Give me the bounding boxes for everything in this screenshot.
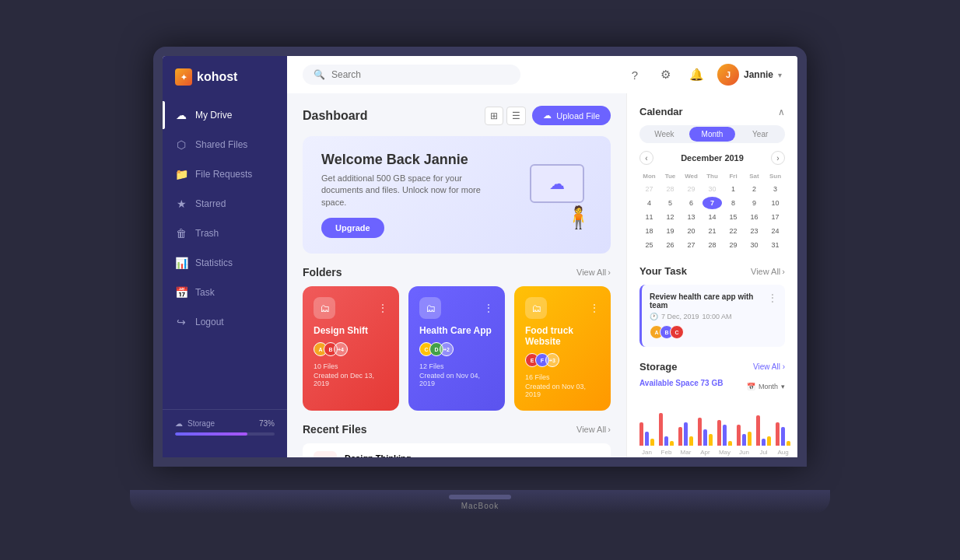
calendar-day[interactable]: 23 [745, 225, 764, 237]
upgrade-button[interactable]: Upgrade [321, 218, 384, 238]
calendar-day[interactable]: 25 [639, 239, 659, 251]
bar-red [698, 418, 702, 446]
sidebar-item-trash[interactable]: 🗑 Trash [163, 219, 287, 247]
file-type-badge: PDF [314, 451, 337, 457]
bar-yellow [767, 436, 771, 446]
sidebar-label-starred: Starred [195, 198, 226, 209]
assignee-avatar: C [670, 325, 684, 339]
settings-icon[interactable]: ⚙ [655, 64, 677, 86]
bar-blue [781, 427, 785, 446]
calendar-day[interactable]: 1 [724, 183, 743, 195]
sidebar-item-statistics[interactable]: 📊 Statistics [163, 249, 287, 277]
calendar-day[interactable]: 3 [766, 183, 785, 195]
storage-view-all[interactable]: View All › [753, 362, 785, 371]
folder-menu-icon[interactable]: ⋮ [589, 302, 600, 314]
calendar-tabs: Week Month Year [639, 125, 785, 143]
sidebar-item-my-drive[interactable]: ☁ My Drive [163, 101, 287, 129]
bar-group [639, 422, 654, 446]
calendar-day[interactable]: 15 [724, 211, 743, 223]
folder-card-health-care[interactable]: 🗂 ⋮ Health Care App C D +2 [408, 286, 505, 411]
folders-view-all[interactable]: View All › [576, 268, 611, 277]
calendar-day[interactable]: 17 [766, 211, 785, 223]
sidebar-item-starred[interactable]: ★ Starred [163, 190, 287, 218]
calendar-day[interactable]: 12 [660, 211, 680, 223]
calendar-day[interactable]: 28 [702, 239, 722, 251]
storage-available-label: Available Space 73 GB [639, 379, 723, 387]
sidebar-item-logout[interactable]: ↪ Logout [163, 308, 287, 336]
chart-bar-group: Feb [659, 413, 674, 456]
list-view-button[interactable]: ☰ [506, 107, 526, 125]
calendar-day[interactable]: 30 [745, 239, 764, 251]
folder-extra-count: +2 [440, 342, 454, 356]
task-icon: 📅 [175, 286, 187, 299]
calendar-day[interactable]: 10 [766, 197, 785, 209]
bar-blue [723, 425, 727, 446]
calendar-day[interactable]: 5 [660, 197, 680, 209]
storage-filter[interactable]: 📅 Month ▾ [747, 383, 785, 390]
storage-chart: JanFebMarAprMayJunJulAug [639, 398, 785, 457]
calendar-day[interactable]: 19 [660, 225, 680, 237]
task-time: 10:00 AM [702, 313, 732, 320]
folder-avatars: E F +3 [525, 353, 600, 367]
folder-icon: 🗂 [419, 297, 441, 319]
calendar-day[interactable]: 8 [724, 197, 743, 209]
upload-file-button[interactable]: ☁ Upload File [532, 106, 611, 125]
grid-view-button[interactable]: ⊞ [485, 107, 503, 125]
calendar-day[interactable]: 18 [639, 225, 659, 237]
calendar-day[interactable]: 20 [681, 225, 701, 237]
sidebar-nav: ☁ My Drive ⬡ Shared Files 📁 File Request… [163, 101, 287, 409]
calendar-day[interactable]: 22 [724, 225, 743, 237]
calendar-day[interactable]: 16 [745, 211, 764, 223]
folder-menu-icon[interactable]: ⋮ [483, 302, 494, 314]
sidebar-item-task[interactable]: 📅 Task [163, 278, 287, 306]
calendar-day[interactable]: 27 [639, 183, 659, 195]
folder-card-design-shift[interactable]: 🗂 ⋮ Design Shift A B +4 1 [303, 286, 399, 411]
calendar-day[interactable]: 29 [724, 239, 743, 251]
prev-month-button[interactable]: ‹ [639, 151, 653, 165]
calendar-day[interactable]: 4 [639, 197, 659, 209]
task-view-all[interactable]: View All › [751, 267, 785, 276]
calendar-day[interactable]: 30 [702, 183, 722, 195]
chart-x-label: Jun [739, 449, 749, 456]
tab-month[interactable]: Month [689, 127, 736, 142]
search-input[interactable] [331, 69, 510, 80]
calendar-day[interactable]: 13 [681, 211, 701, 223]
bar-red [717, 420, 721, 446]
task-section: Your Task View All › Review health care … [639, 265, 785, 347]
files-view-all[interactable]: View All › [576, 425, 611, 434]
cloud-icon: ☁ [175, 109, 187, 121]
logout-icon: ↪ [175, 316, 187, 328]
storage-cloud-icon: ☁ [175, 419, 183, 428]
sidebar-item-file-requests[interactable]: 📁 File Requests [163, 160, 287, 188]
calendar-day[interactable]: 29 [681, 183, 701, 195]
help-icon[interactable]: ? [624, 64, 646, 86]
user-info[interactable]: J Jannie ▾ [717, 64, 782, 86]
calendar-day[interactable]: 9 [745, 197, 764, 209]
chart-bar-group: Jul [756, 415, 771, 456]
calendar-day[interactable]: 28 [660, 183, 680, 195]
calendar-day[interactable]: 2 [745, 183, 764, 195]
notifications-icon[interactable]: 🔔 [686, 64, 708, 86]
folder-card-food-truck[interactable]: 🗂 ⋮ Food truck Website E F +3 [514, 286, 611, 411]
calendar-nav: ‹ December 2019 › [639, 151, 785, 165]
calendar-day-today[interactable]: 7 [702, 197, 722, 209]
calendar-day[interactable]: 24 [766, 225, 785, 237]
calendar-day[interactable]: 14 [702, 211, 722, 223]
next-month-button[interactable]: › [771, 151, 785, 165]
folder-menu-icon[interactable]: ⋮ [377, 302, 388, 314]
chart-x-label: Jul [759, 449, 767, 456]
tab-week[interactable]: Week [641, 127, 688, 142]
calendar-day[interactable]: 31 [766, 239, 785, 251]
calendar-day[interactable]: 27 [681, 239, 701, 251]
calendar-day[interactable]: 11 [639, 211, 659, 223]
calendar-day[interactable]: 6 [681, 197, 701, 209]
calendar-day[interactable]: 21 [702, 225, 722, 237]
folder-icon: 🗂 [525, 297, 547, 319]
tab-year[interactable]: Year [737, 127, 783, 142]
chevron-down-icon: ▾ [781, 383, 785, 390]
sidebar-item-shared-files[interactable]: ⬡ Shared Files [163, 131, 287, 159]
task-menu-icon[interactable]: ⋮ [768, 292, 777, 313]
calendar-day[interactable]: 26 [660, 239, 680, 251]
calendar-collapse-icon[interactable]: ∧ [778, 107, 785, 117]
bar-yellow [670, 441, 674, 446]
